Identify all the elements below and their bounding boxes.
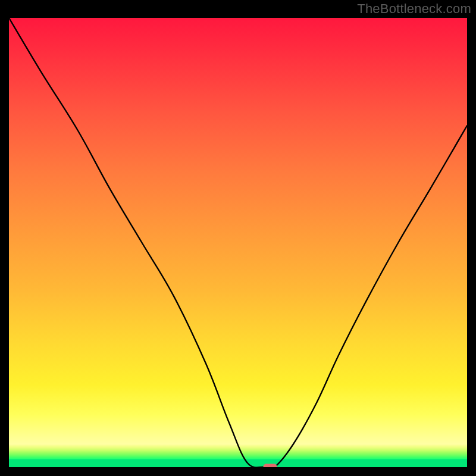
chart-frame: TheBottleneck.com — [0, 0, 476, 476]
bottleneck-curve — [9, 18, 467, 467]
watermark-text: TheBottleneck.com — [357, 1, 471, 17]
min-marker — [263, 464, 277, 468]
plot-area — [9, 18, 467, 467]
